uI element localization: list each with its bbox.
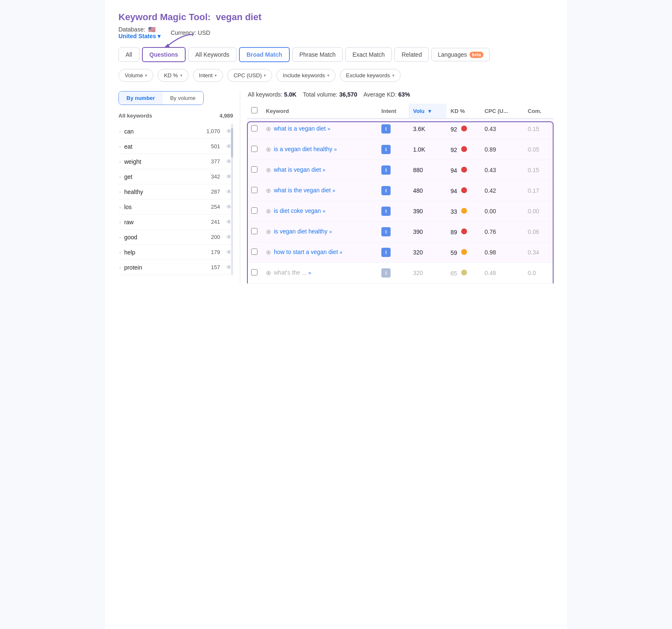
add-keyword-icon[interactable]: ⊕ (266, 146, 271, 153)
row-checkbox[interactable] (251, 187, 257, 193)
scrollbar-thumb[interactable] (231, 128, 233, 157)
kd-dot-red (461, 187, 467, 193)
add-keyword-icon[interactable]: ⊕ (266, 207, 271, 215)
tab-languages[interactable]: Languages beta (431, 48, 490, 61)
by-number-button[interactable]: By number (119, 92, 163, 105)
sidebar-scroll-container: › can 1,070 👁 › eat (118, 124, 233, 275)
row-checkbox[interactable] (251, 249, 257, 255)
com-cell: 0.34 (524, 242, 554, 263)
table-row: ⊕ what is vegan diet » I 880 94 (247, 160, 554, 181)
list-item[interactable]: › los 254 👁 (118, 199, 233, 215)
add-keyword-icon[interactable]: ⊕ (266, 166, 271, 174)
kd-dot-red (461, 228, 467, 234)
table-row: ⊕ is a vegan diet healthy » I 1.0K (247, 139, 554, 160)
tab-related[interactable]: Related (394, 47, 429, 62)
table-container: Keyword Intent Volu ▼ KD % (247, 104, 554, 283)
filter-cpc[interactable]: CPC (USD) ▾ (227, 69, 272, 82)
list-item[interactable]: › help 179 👁 (118, 245, 233, 260)
th-check (247, 104, 262, 118)
list-item[interactable]: › good 200 👁 (118, 230, 233, 245)
volume-cell: 880 (409, 160, 446, 181)
keyword-link[interactable]: what's the ... » (274, 269, 311, 277)
db-country-link[interactable]: United States ▾ (118, 33, 160, 39)
cpc-cell: 0.00 (480, 201, 524, 222)
th-com: Com. (524, 104, 554, 118)
add-keyword-icon[interactable]: ⊕ (266, 269, 271, 277)
keyword-link[interactable]: what is the vegan diet » (274, 186, 335, 195)
filters-row: Volume ▾ KD % ▾ Intent ▾ CPC (USD) ▾ Inc… (118, 69, 554, 82)
list-item[interactable]: › raw 241 👁 (118, 215, 233, 230)
tab-exact-match[interactable]: Exact Match (345, 47, 392, 62)
keyword-link[interactable]: what is a vegan diet » (274, 125, 330, 133)
kd-cell: 92 (446, 139, 480, 160)
intent-badge: I (381, 165, 391, 175)
intent-badge: I (381, 186, 391, 195)
keyword-link[interactable]: what is vegan diet » (274, 166, 326, 174)
tab-phrase-match[interactable]: Phrase Match (292, 47, 343, 62)
kd-dot-red (461, 167, 467, 173)
sidebar: By number By volume All keywords 4,989 ›… (118, 91, 240, 283)
add-keyword-icon[interactable]: ⊕ (266, 249, 271, 256)
add-keyword-icon[interactable]: ⊕ (266, 125, 271, 133)
intent-badge: I (381, 124, 391, 134)
tab-broad-match[interactable]: Broad Match (239, 47, 290, 62)
keyword-cell: ⊕ is diet coke vegan » (266, 207, 373, 215)
chevron-down-icon: ▾ (327, 73, 329, 78)
by-volume-button[interactable]: By volume (163, 92, 203, 105)
chevron-down-icon: ▾ (215, 73, 217, 78)
double-chevron-icon: » (323, 208, 326, 215)
th-keyword: Keyword (262, 104, 377, 118)
list-item[interactable]: › can 1,070 👁 (118, 124, 233, 139)
db-chevron-icon: ▾ (158, 33, 160, 39)
double-chevron-icon: » (328, 126, 331, 133)
filter-kd[interactable]: KD % ▾ (158, 69, 188, 82)
row-checkbox[interactable] (251, 269, 257, 275)
scrollbar-track[interactable] (231, 124, 233, 275)
filter-intent[interactable]: Intent ▾ (193, 69, 223, 82)
filter-exclude-keywords[interactable]: Exclude keywords ▾ (340, 69, 401, 82)
keyword-link[interactable]: is vegan diet healthy » (274, 228, 332, 236)
chevron-down-icon: ▾ (264, 73, 266, 78)
kd-dot-orange (461, 249, 467, 255)
keyword-link[interactable]: how to start a vegan diet » (274, 248, 342, 257)
currency-label: Currency: USD (171, 29, 210, 36)
filter-include-keywords[interactable]: Include keywords ▾ (276, 69, 335, 82)
keyword-link[interactable]: is a vegan diet healthy » (274, 145, 337, 154)
intent-badge: I (381, 145, 391, 154)
chevron-right-icon: › (119, 250, 121, 255)
row-checkbox[interactable] (251, 146, 257, 152)
row-checkbox[interactable] (251, 125, 257, 131)
com-cell: 0.15 (524, 118, 554, 139)
add-keyword-icon[interactable]: ⊕ (266, 228, 271, 236)
intent-badge: I (381, 248, 391, 257)
com-cell: 0.00 (524, 201, 554, 222)
list-item[interactable]: › protein 157 👁 (118, 260, 233, 275)
tab-all[interactable]: All (118, 47, 139, 62)
intent-badge: I (381, 207, 391, 216)
table-row: ⊕ what is the vegan diet » I 480 (247, 181, 554, 201)
intent-badge: I (381, 227, 391, 236)
double-chevron-icon: » (323, 167, 326, 174)
volume-cell: 320 (409, 263, 446, 283)
add-keyword-icon[interactable]: ⊕ (266, 187, 271, 194)
list-item[interactable]: › eat 501 👁 (118, 139, 233, 154)
database-row: Database: 🇺🇸 United States ▾ Currency: U… (118, 26, 554, 39)
table-row: ⊕ what is a vegan diet » I 3.6K (247, 118, 554, 139)
keyword-link[interactable]: is diet coke vegan » (274, 207, 326, 215)
table-body: ⊕ what is a vegan diet » I 3.6K (247, 118, 554, 283)
keyword-cell: ⊕ what is the vegan diet » (266, 186, 373, 195)
keyword-cell: ⊕ is a vegan diet healthy » (266, 145, 373, 154)
row-checkbox[interactable] (251, 166, 257, 173)
list-item[interactable]: › get 342 👁 (118, 169, 233, 184)
filter-volume[interactable]: Volume ▾ (118, 69, 153, 82)
volume-cell: 1.0K (409, 139, 446, 160)
tab-all-keywords[interactable]: All Keywords (188, 47, 236, 62)
select-all-checkbox[interactable] (251, 107, 257, 113)
th-intent: Intent (377, 104, 409, 118)
row-checkbox[interactable] (251, 228, 257, 234)
tab-questions[interactable]: Questions (142, 47, 186, 62)
list-item[interactable]: › healthy 287 👁 (118, 184, 233, 199)
list-item[interactable]: › weight 377 👁 (118, 154, 233, 169)
th-volume[interactable]: Volu ▼ (409, 104, 446, 118)
row-checkbox[interactable] (251, 207, 257, 214)
